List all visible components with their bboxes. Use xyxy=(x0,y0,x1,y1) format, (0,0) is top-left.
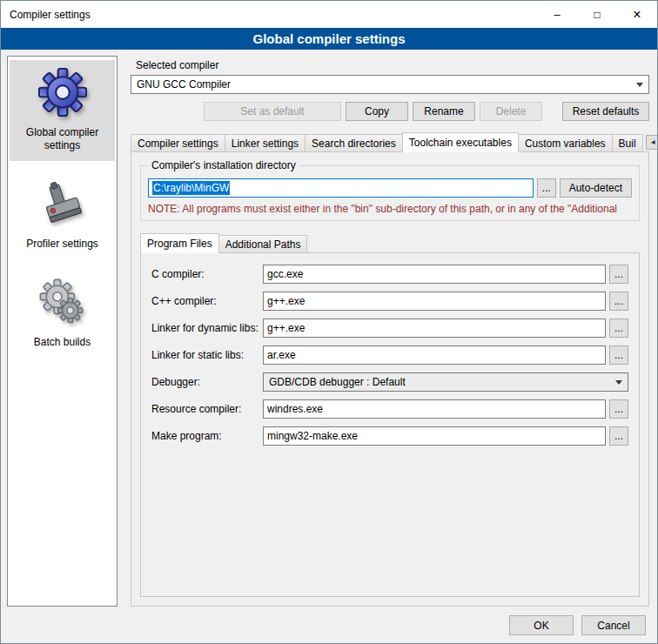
program-files-tab-bar: Program Files Additional Paths xyxy=(140,233,640,252)
static-linker-input[interactable]: ar.exe xyxy=(263,345,606,365)
static-linker-label: Linker for static libs: xyxy=(151,349,263,361)
maximize-icon[interactable]: □ xyxy=(577,1,617,28)
tab-custom-variables[interactable]: Custom variables xyxy=(518,134,613,151)
sidebar-item-label: Global compiler settings xyxy=(12,126,112,152)
main-panel: Selected compiler GNU GCC Compiler Set a… xyxy=(125,56,651,607)
close-icon[interactable]: × xyxy=(617,1,657,28)
delete-button[interactable]: Delete xyxy=(480,102,542,121)
tab-scroll-left-icon[interactable]: ◄ xyxy=(646,135,658,150)
program-files-panel: C compiler: gcc.exe ... C++ compiler: g+… xyxy=(140,252,640,597)
c-compiler-browse-button[interactable]: ... xyxy=(609,265,628,284)
static-linker-value: ar.exe xyxy=(267,349,296,361)
global-compiler-gear-icon xyxy=(37,67,88,117)
resource-compiler-browse-button[interactable]: ... xyxy=(609,399,628,419)
settings-tab-bar: Compiler settings Linker settings Search… xyxy=(131,132,649,151)
static-linker-browse-button[interactable]: ... xyxy=(609,345,628,365)
sidebar-item-label: Profiler settings xyxy=(26,238,98,251)
installation-directory-row: C:\raylib\MinGW ... Auto-detect xyxy=(148,178,632,198)
tab-search-directories[interactable]: Search directories xyxy=(305,134,403,151)
toolchain-executables-panel: Compiler's installation directory C:\ray… xyxy=(131,151,649,607)
chevron-down-icon xyxy=(615,380,622,385)
tab-compiler-settings[interactable]: Compiler settings xyxy=(131,134,225,151)
tab-build-options-truncated[interactable]: Buil xyxy=(612,134,643,151)
cpp-compiler-row: C++ compiler: g++.exe ... xyxy=(151,292,628,311)
dialog-footer: OK Cancel xyxy=(1,613,657,643)
settings-sidebar: Global compiler settings Profiler se xyxy=(7,56,118,607)
tab-scroll-controls: ◄ ► xyxy=(642,135,658,150)
installation-directory-group: Compiler's installation directory C:\ray… xyxy=(140,165,640,221)
selected-compiler-dropdown[interactable]: GNU GCC Compiler xyxy=(131,75,649,94)
static-linker-row: Linker for static libs: ar.exe ... xyxy=(151,345,628,365)
dynamic-linker-value: g++.exe xyxy=(267,322,305,334)
installation-directory-group-label: Compiler's installation directory xyxy=(148,159,299,171)
c-compiler-label: C compiler: xyxy=(151,268,263,280)
sidebar-item-global-compiler-settings[interactable]: Global compiler settings xyxy=(10,60,115,161)
cpp-compiler-browse-button[interactable]: ... xyxy=(609,292,628,311)
profiler-tool-icon xyxy=(37,178,88,229)
c-compiler-value: gcc.exe xyxy=(267,268,303,280)
batch-builds-gears-icon xyxy=(37,277,88,327)
tab-program-files[interactable]: Program Files xyxy=(140,233,219,253)
debugger-row: Debugger: GDB/CDB debugger : Default xyxy=(151,372,628,392)
installation-directory-browse-button[interactable]: ... xyxy=(537,178,556,198)
debugger-label: Debugger: xyxy=(151,376,263,388)
dynamic-linker-browse-button[interactable]: ... xyxy=(609,319,628,338)
dynamic-linker-label: Linker for dynamic libs: xyxy=(151,322,263,334)
sidebar-item-profiler-settings[interactable]: Profiler settings xyxy=(10,171,115,259)
auto-detect-button[interactable]: Auto-detect xyxy=(560,178,632,198)
make-program-label: Make program: xyxy=(151,430,263,442)
copy-button[interactable]: Copy xyxy=(346,102,408,121)
window-controls: – □ × xyxy=(537,1,657,28)
cpp-compiler-input[interactable]: g++.exe xyxy=(263,292,606,311)
dialog-content: Global compiler settings Profiler se xyxy=(1,50,657,613)
chevron-down-icon xyxy=(636,83,643,87)
title-bar[interactable]: Compiler settings – □ × xyxy=(1,1,657,28)
cpp-compiler-value: g++.exe xyxy=(267,295,305,307)
debugger-value: GDB/CDB debugger : Default xyxy=(269,376,406,388)
debugger-dropdown[interactable]: GDB/CDB debugger : Default xyxy=(263,372,628,392)
resource-compiler-label: Resource compiler: xyxy=(151,403,263,415)
installation-directory-input[interactable]: C:\raylib\MinGW xyxy=(148,178,534,198)
compiler-settings-dialog: Compiler settings – □ × Global compiler … xyxy=(0,0,658,644)
make-program-browse-button[interactable]: ... xyxy=(609,426,628,446)
sidebar-item-label: Batch builds xyxy=(34,336,91,349)
installation-directory-value: C:\raylib\MinGW xyxy=(152,181,230,195)
selected-compiler-value: GNU GCC Compiler xyxy=(137,78,231,91)
note-text: NOTE: All programs must exist either in … xyxy=(148,203,632,215)
reset-defaults-button[interactable]: Reset defaults xyxy=(562,102,649,121)
compiler-actions: Set as default Copy Rename Delete Reset … xyxy=(131,102,649,121)
cpp-compiler-label: C++ compiler: xyxy=(151,295,263,307)
window-title: Compiler settings xyxy=(1,9,91,21)
set-as-default-button[interactable]: Set as default xyxy=(204,102,341,121)
make-program-input[interactable]: mingw32-make.exe xyxy=(263,426,606,446)
resource-compiler-value: windres.exe xyxy=(267,403,323,415)
dynamic-linker-input[interactable]: g++.exe xyxy=(263,319,606,338)
resource-compiler-row: Resource compiler: windres.exe ... xyxy=(151,399,628,419)
minimize-icon[interactable]: – xyxy=(537,1,577,28)
ok-button[interactable]: OK xyxy=(509,615,574,635)
sidebar-item-batch-builds[interactable]: Batch builds xyxy=(10,270,115,358)
cancel-button[interactable]: Cancel xyxy=(581,615,646,635)
page-title: Global compiler settings xyxy=(1,28,657,50)
c-compiler-input[interactable]: gcc.exe xyxy=(263,265,606,284)
resource-compiler-input[interactable]: windres.exe xyxy=(263,399,606,419)
tab-toolchain-executables[interactable]: Toolchain executables xyxy=(402,132,519,152)
selected-compiler-label: Selected compiler xyxy=(136,59,649,71)
c-compiler-row: C compiler: gcc.exe ... xyxy=(151,265,628,284)
make-program-value: mingw32-make.exe xyxy=(267,430,358,442)
make-program-row: Make program: mingw32-make.exe ... xyxy=(151,426,628,446)
tab-additional-paths[interactable]: Additional Paths xyxy=(218,235,308,252)
tab-linker-settings[interactable]: Linker settings xyxy=(225,134,306,151)
dynamic-linker-row: Linker for dynamic libs: g++.exe ... xyxy=(151,319,628,338)
rename-button[interactable]: Rename xyxy=(413,102,475,121)
